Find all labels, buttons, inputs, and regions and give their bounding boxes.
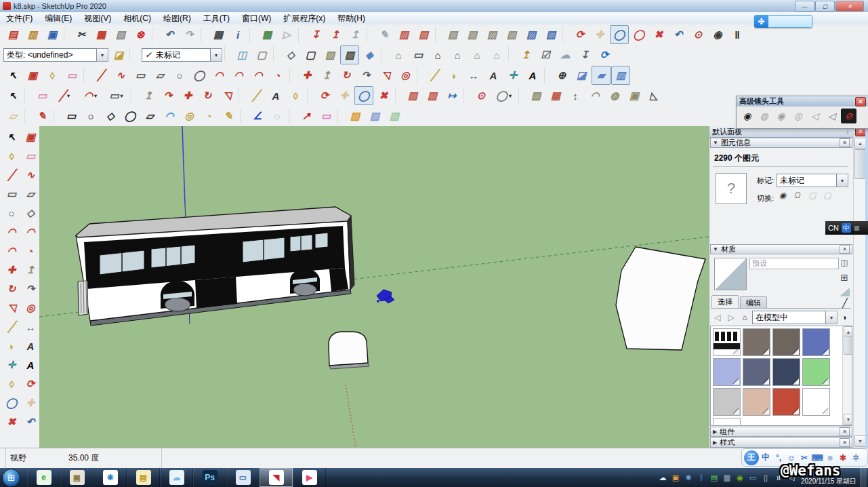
paste-button[interactable]: ▧ <box>111 25 130 44</box>
swatch-brown-gray[interactable] <box>772 328 800 356</box>
scale-button[interactable]: ◹ <box>376 66 395 85</box>
split-button[interactable]: ▧ <box>541 25 560 44</box>
swatch-gray[interactable] <box>713 388 741 416</box>
paint-bucket-button[interactable]: ◊ <box>2 147 21 165</box>
push-pull-button[interactable]: ↥ <box>139 86 158 105</box>
export-model-button[interactable]: ↦ <box>442 86 461 105</box>
menu-item[interactable]: 编辑(E) <box>39 12 78 24</box>
two-point-arc-button[interactable]: ◠ <box>229 66 248 85</box>
zoom-button[interactable]: ◯ <box>354 86 373 105</box>
menu-item[interactable]: 工具(T) <box>197 12 236 24</box>
viewport-canvas[interactable] <box>39 126 709 448</box>
geo-location-button[interactable]: ▩ <box>257 25 276 44</box>
toggle-cast-shadows-icon[interactable]: ▢ <box>821 190 833 201</box>
select-button[interactable]: ↖ <box>3 66 22 85</box>
tags-dropdown[interactable]: ✓ 未标记 ▾ <box>142 48 222 62</box>
3d-text-button[interactable]: A <box>21 355 40 374</box>
measurement-value[interactable]: 35.00 度 <box>68 452 99 464</box>
subtract-button[interactable]: ▧ <box>502 25 521 44</box>
swatch-tan[interactable] <box>743 388 770 416</box>
pie-button[interactable]: ◔ <box>21 241 40 260</box>
section-header-materials[interactable]: ▼ 材质 ✕ <box>710 244 852 254</box>
search-input[interactable] <box>768 15 812 28</box>
new-button[interactable]: ▤ <box>3 25 22 44</box>
rectangle-button[interactable]: ▭ <box>2 184 21 203</box>
stamp-button[interactable]: ◠ <box>585 86 604 105</box>
open-button[interactable]: ▥ <box>23 25 42 44</box>
tape-measure-button[interactable]: ╱ <box>425 66 444 85</box>
smoove-button[interactable]: ↕ <box>566 86 585 105</box>
circle-button[interactable]: ○ <box>2 203 21 222</box>
chevron-down-icon[interactable]: ▾ <box>97 48 108 62</box>
menu-item[interactable]: 视图(V) <box>78 12 117 24</box>
move-button[interactable]: ✚ <box>297 66 316 85</box>
make-component-button[interactable]: ▣ <box>21 128 40 147</box>
rotated-rectangle-button[interactable]: ▱ <box>21 184 40 203</box>
trim-button[interactable]: ▧ <box>522 25 541 44</box>
share-component-button[interactable]: ↥ <box>346 25 365 44</box>
share-model-button[interactable]: ↥ <box>326 25 345 44</box>
swatch-stripe-texture[interactable] <box>713 418 741 426</box>
hidden-line-button[interactable]: ▢ <box>301 45 320 64</box>
classifier-dropdown[interactable]: 类型: <undefined> ▾ <box>3 48 108 62</box>
section-display-button[interactable]: ▥ <box>611 66 630 85</box>
tray-netdisk-icon[interactable]: ❋ <box>683 471 694 484</box>
section-header-components[interactable]: ▶ 组件 ✕ <box>710 427 852 437</box>
rotate-button[interactable]: ↻ <box>2 279 21 298</box>
zoom-extents-button[interactable]: ✖ <box>649 25 668 44</box>
toggle-receive-shadows-icon[interactable]: ▢ <box>806 190 819 201</box>
circle-button[interactable]: ○ <box>170 66 189 85</box>
push-pull-button[interactable]: ↥ <box>317 66 336 85</box>
swatch-green[interactable] <box>802 358 830 386</box>
menu-item[interactable]: 相机(C) <box>117 12 157 24</box>
show-frustum-lines-button[interactable]: ◁ <box>807 109 823 123</box>
swatch-taupe[interactable] <box>743 328 770 356</box>
model-info-button[interactable]: i <box>228 25 247 44</box>
cut-button[interactable]: ✂ <box>72 25 91 44</box>
ime-icon[interactable]: 中 <box>842 223 851 233</box>
dimension-button[interactable]: ↔ <box>464 66 483 85</box>
print-button[interactable]: ▦ <box>209 25 228 44</box>
taskbar-photoshop-button[interactable]: Ps <box>193 468 226 487</box>
marker-button[interactable]: ▭ <box>316 106 335 125</box>
text-button[interactable]: A <box>21 336 40 355</box>
ime-toolbox-icon[interactable]: ✲ <box>850 450 862 465</box>
follow-me-button[interactable]: ↷ <box>159 86 178 105</box>
tray-reader-icon[interactable]: ▥ <box>722 471 732 484</box>
expand-icon[interactable]: ▶ <box>713 429 717 435</box>
delete-button[interactable]: ⊗ <box>131 25 150 44</box>
text-button[interactable]: A <box>484 66 503 85</box>
ellipse-button[interactable]: ◯ <box>190 66 209 85</box>
back-icon[interactable]: ◁ <box>711 311 724 324</box>
pan-button[interactable]: ✚ <box>590 25 609 44</box>
spirix-button[interactable]: ◌ <box>268 106 287 125</box>
palette-title-bar[interactable]: 高级镜头工具 ✕ <box>737 96 868 106</box>
line-menu-button[interactable]: ╱ <box>52 86 77 105</box>
back-view-button[interactable]: ⌂ <box>468 45 487 64</box>
orbit-button[interactable]: ⟳ <box>571 25 590 44</box>
three-point-arc-button[interactable]: ◠ <box>249 66 268 85</box>
menu-item[interactable]: 帮助(H) <box>331 12 371 24</box>
tray-scrollbar[interactable]: ▲ ▼ <box>853 137 865 448</box>
swatch-navy[interactable] <box>772 358 800 386</box>
tray-ram-icon[interactable]: ▤ <box>709 471 720 484</box>
shape-arc-button[interactable]: ◠ <box>160 106 179 125</box>
paint-bucket-button[interactable]: ◊ <box>2 374 21 393</box>
language-bar[interactable]: CN 中 ▦ <box>825 221 868 235</box>
offset-button[interactable]: ◎ <box>396 66 415 85</box>
section-fill-button[interactable]: ▰ <box>592 66 611 85</box>
freehand-button[interactable]: ∿ <box>111 66 130 85</box>
photo-match-button[interactable]: ▨ <box>414 25 433 44</box>
toggle-visible-icon[interactable]: ◉ <box>777 190 789 201</box>
section-header-styles[interactable]: ▶ 样式 ✕ <box>710 437 852 448</box>
chevron-down-icon[interactable]: ▾ <box>837 174 848 187</box>
rotate-button[interactable]: ↻ <box>198 86 217 105</box>
redo-button[interactable]: ↷ <box>180 25 199 44</box>
close-icon[interactable]: ✕ <box>840 438 850 447</box>
minimize-button[interactable]: — <box>795 1 814 12</box>
swatch-slate[interactable] <box>743 358 770 386</box>
follow-me-button[interactable]: ↷ <box>356 66 375 85</box>
location-pin-button[interactable]: ⊙ <box>472 86 491 105</box>
menu-item[interactable]: 绘图(R) <box>157 12 197 24</box>
add-detail-button[interactable]: ▣ <box>625 86 644 105</box>
